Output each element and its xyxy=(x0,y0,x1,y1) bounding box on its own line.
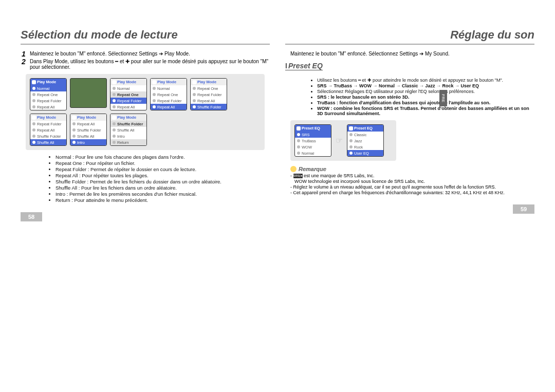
desc-normal: Normal : Pour lire une fois chacune des … xyxy=(55,154,270,160)
remark-header: Remarque xyxy=(290,166,534,172)
footer-right: 59 xyxy=(285,204,534,214)
playmode-panel-1: Play Mode Normal Repeat One Repeat Folde… xyxy=(30,78,67,110)
intro-step: Maintenez le bouton "M" enfoncé. Sélecti… xyxy=(290,51,534,57)
page-left: Sélection du mode de lecture 1 Maintenez… xyxy=(21,28,270,221)
preset-eq-panel-1: Preset EQ SRS TruBass WOW Normal xyxy=(294,124,331,157)
desc-repeat-folder: Repeat Folder : Permet de répéter le dos… xyxy=(55,166,270,172)
preset-eq-panels: Preset EQ SRS TruBass WOW Normal ☞ Prese… xyxy=(290,120,396,161)
step-number-1: 1 xyxy=(22,50,26,58)
step-number-2: 2 xyxy=(22,58,26,66)
step-1-text: Maintenez le bouton "M" enfoncé. Sélecti… xyxy=(30,51,190,57)
desc-return: Return : Pour atteindre le menu précéden… xyxy=(55,197,270,203)
desc-shuffle-all: Shuffle All : Pour lire les fichiers dan… xyxy=(55,185,270,191)
gear-icon xyxy=(112,116,116,120)
page-number-left: 58 xyxy=(21,212,42,221)
headline-bar: Sélection du mode de lecture xyxy=(21,28,270,45)
preset-eq-list: Utilisez les boutons ━ et ✚ pour atteind… xyxy=(297,78,534,116)
gear-icon xyxy=(72,116,76,120)
note-volume: - Réglez le volume à un niveau adéquat, … xyxy=(290,184,534,190)
gear-icon xyxy=(152,80,156,84)
note-wow-license: WOW technologie est incorporé sous licen… xyxy=(290,179,534,184)
page-right: Réglage du son Maintenez le bouton "M" e… xyxy=(285,28,534,221)
eq-icon xyxy=(297,126,301,130)
desc-repeat-all: Repeat All : Pour répéter toutes les pla… xyxy=(55,173,270,178)
playmode-panel-5: Play Mode Repeat Folder Repeat All Shuff… xyxy=(30,114,67,146)
preset-eq-panel-2: Preset EQ Classic Jazz Rock User EQ xyxy=(347,124,384,157)
step-2-text: Dans Play Mode, utilisez les boutons ━ e… xyxy=(30,59,268,70)
page-number-right: 59 xyxy=(513,204,534,214)
gear-icon xyxy=(32,80,36,84)
trubass-desc: TruBass : fonction d'amplification des b… xyxy=(317,100,534,105)
eq-icon xyxy=(349,126,353,130)
footer-left: 58 xyxy=(21,212,270,221)
intro-text: Maintenez le bouton "M" enfoncé. Sélecti… xyxy=(290,51,450,57)
gear-icon xyxy=(32,116,36,120)
wow-desc: WOW : combine les fonctions SRS et TruBa… xyxy=(317,106,534,116)
note-sample-rates: - Cet appareil prend en charge les fréqu… xyxy=(290,190,534,195)
playmode-panel-7: Play Mode Shuffle Folder Shuffle All Int… xyxy=(110,114,147,146)
playmode-panel-2: Play Mode Normal Repeat One Repeat Folde… xyxy=(110,78,147,110)
note-srs-trademark: - SRS(●) est une marque de SRS Labs, Inc… xyxy=(290,173,534,178)
device-screen-icon xyxy=(70,78,107,108)
playmode-panel-3: Play Mode Normal Repeat One Repeat Folde… xyxy=(150,78,187,110)
note-icon xyxy=(290,166,297,172)
eq-options-row: SRS → TruBass → WOW → Normal → Classic →… xyxy=(317,83,534,88)
step-1: 1 Maintenez le bouton "M" enfoncé. Sélec… xyxy=(30,51,270,57)
playmode-panel-4: Play Mode Repeat One Repeat Folder Repea… xyxy=(190,78,227,110)
gear-icon xyxy=(192,80,196,84)
use-buttons-text: Utilisez les boutons ━ et ✚ pour atteind… xyxy=(317,78,534,83)
remark-notes: - SRS(●) est une marque de SRS Labs, Inc… xyxy=(290,173,534,195)
desc-repeat-one: Repeat One : Pour répéter un fichier. xyxy=(55,160,270,166)
srs-desc: SRS : le lecteur bascule en son stéréo 3… xyxy=(317,95,534,100)
user-eq-text: Sélectionnez Réglages EQ utilisateur pou… xyxy=(317,89,534,94)
gear-icon xyxy=(112,80,116,84)
remark-label: Remarque xyxy=(299,166,326,172)
section-preset-eq: IPreset EQ xyxy=(285,62,323,70)
playmode-panel-6: Play Mode Repeat All Shuffle Folder Shuf… xyxy=(70,114,107,146)
desc-shuffle-folder: Shuffle Folder : Permet de lire les fich… xyxy=(55,179,270,184)
desc-intro: Intro : Permet de lire les premières sec… xyxy=(55,191,270,197)
headline-bar-right: Réglage du son xyxy=(285,28,534,45)
page-title-right: Réglage du son xyxy=(285,28,534,42)
page-title-left: Sélection du mode de lecture xyxy=(21,28,270,42)
hand-pointer-icon: ☞ xyxy=(336,136,343,145)
step-2: 2 Dans Play Mode, utilisez les boutons ━… xyxy=(30,59,270,70)
playmode-panels: Play Mode Normal Repeat One Repeat Folde… xyxy=(26,74,265,150)
srs-logo-icon: SRS(●) xyxy=(293,174,303,178)
playmode-descriptions: Normal : Pour lire une fois chacune des … xyxy=(35,154,270,203)
language-tab: FRE xyxy=(439,90,447,106)
